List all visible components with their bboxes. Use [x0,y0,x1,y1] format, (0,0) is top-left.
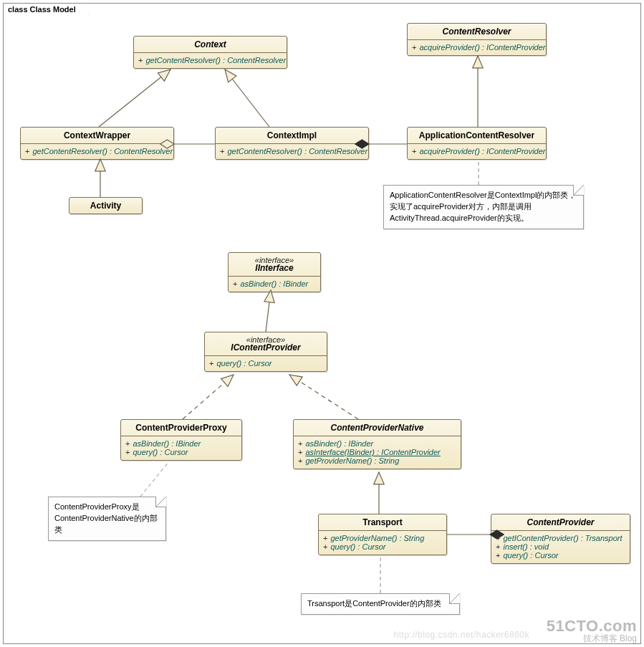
member: query() : Cursor [330,542,385,551]
class-name: ApplicationContentResolver [412,130,542,140]
class-IContentProvider: «interface» IContentProvider +query() : … [204,332,327,372]
class-Context: Context +getContentResolver() : ContentR… [133,36,287,69]
frame-title: class Class Model [3,3,90,15]
member: getContentResolver() : ContentResolver [32,147,173,155]
member: acquireProvider() : IContentProvider [419,43,545,52]
class-name: ContentProviderProxy [125,423,237,433]
class-ContentProvider: ContentProvider +getIContentProvider() :… [491,514,630,564]
class-name: ContentProvider [496,517,625,527]
watermark-line2: 技术博客 Blog [547,634,637,643]
class-name: ContentResolver [412,27,542,37]
class-name: ContextImpl [220,130,364,140]
class-IInterface: «interface» IInterface +asBinder() : IBi… [228,252,321,292]
class-name: ContextWrapper [25,130,169,140]
class-ContentProviderNative: ContentProviderNative +asBinder() : IBin… [293,419,461,469]
member: query() : Cursor [216,359,271,368]
class-name: Context [138,39,282,49]
class-ContentProviderProxy: ContentProviderProxy +asBinder() : IBind… [120,419,242,461]
member: getProviderName() : String [305,456,399,465]
class-ContentResolver: ContentResolver +acquireProvider() : ICo… [407,23,547,56]
class-name: IInterface [233,263,316,273]
member: getContentResolver() : ContentResolver [227,147,367,155]
member: asBinder() : IBinder [240,279,308,288]
member: query() : Cursor [133,448,188,456]
member: getIContentProvider() : Trsansport [503,534,622,542]
member: insert() : void [503,542,549,551]
member: asBinder() : IBinder [305,439,373,448]
diagram-canvas: class Class Model Context +getContentRes… [0,0,644,647]
class-Activity: Activity [69,197,143,214]
class-ApplicationContentResolver: ApplicationContentResolver +acquireProvi… [407,127,547,160]
watermark: 51CTO.com 技术博客 Blog [547,618,637,643]
class-ContextImpl: ContextImpl +getContentResolver() : Cont… [215,127,369,160]
note-acr: ApplicationContentResolver是ContextImpl的内… [383,185,584,229]
member: asInterface(IBinder) : IContentProvider [305,448,440,456]
class-name: Activity [74,201,138,211]
class-Transport: Transport +getProviderName() : String +q… [318,514,447,555]
member: getContentResolver() : ContentResolver [145,56,286,64]
member: acquireProvider() : IContentProvider [419,147,545,155]
class-name: ContentProviderNative [298,423,456,433]
class-name: Transport [323,517,442,527]
member: query() : Cursor [503,551,558,560]
class-name: IContentProvider [209,342,322,353]
note-proxy: ContentProviderProxy是ContentProviderNati… [48,497,166,541]
class-ContextWrapper: ContextWrapper +getContentResolver() : C… [20,127,174,160]
watermark-url: http://blog.csdn.net/hacker6860k [394,630,529,640]
watermark-line1: 51CTO.com [547,618,637,634]
note-transport: Trsansport是ContentProvider的内部类 [301,593,460,615]
member: getProviderName() : String [330,534,424,542]
member: asBinder() : IBinder [133,439,201,448]
